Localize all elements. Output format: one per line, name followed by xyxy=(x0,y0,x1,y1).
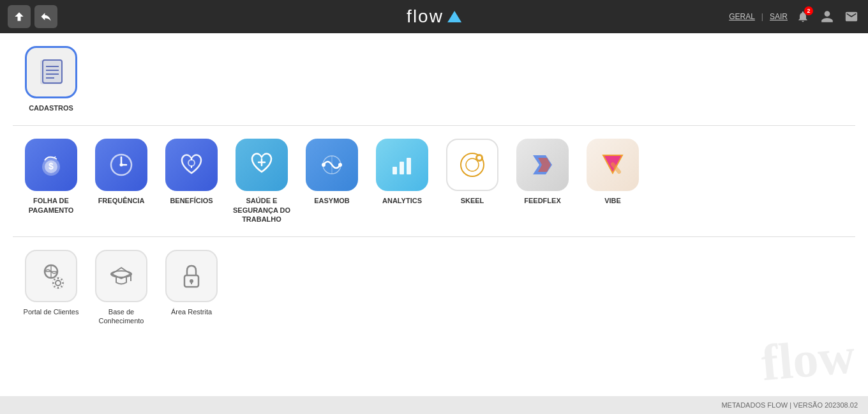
base-icon xyxy=(105,260,137,292)
folha-icon-box: $ xyxy=(25,139,77,191)
beneficios-icon-box xyxy=(165,139,218,191)
frequencia-label: FREQUÊNCIA xyxy=(98,196,145,205)
mail-button[interactable] xyxy=(842,8,860,26)
svg-point-21 xyxy=(338,163,342,167)
skeel-icon xyxy=(456,149,488,181)
folha-label: FOLHA DEPAGAMENTO xyxy=(29,196,74,215)
modules-section: $ FOLHA DEPAGAMENTO FREQUÊNCIA xyxy=(0,126,868,236)
svg-point-13 xyxy=(120,164,123,167)
svg-point-29 xyxy=(477,156,481,160)
geral-link[interactable]: GERAL xyxy=(729,12,755,21)
notification-button[interactable]: 2 xyxy=(794,8,812,26)
saude-label: SAÚDE ESEGURANÇA DOTRABALHO xyxy=(233,196,290,224)
main-content: CADASTROS $ FOLHA DEPAGAMENTO xyxy=(0,33,868,414)
notification-badge: 2 xyxy=(804,6,813,15)
skeel-label: SKEEL xyxy=(461,196,484,205)
exit-button[interactable] xyxy=(34,5,57,28)
module-restrita[interactable]: Área Restrita xyxy=(160,250,223,316)
saude-icon-box xyxy=(236,139,288,191)
footer-text: METADADOS FLOW | VERSÃO 202308.02 xyxy=(721,401,858,409)
restrita-icon xyxy=(176,260,207,292)
header-right: GERAL | SAIR 2 xyxy=(729,8,860,26)
module-folha[interactable]: $ FOLHA DEPAGAMENTO xyxy=(19,139,83,215)
frequencia-icon xyxy=(105,149,137,181)
analytics-icon xyxy=(386,149,418,181)
restrita-label: Área Restrita xyxy=(171,307,212,316)
user-profile-button[interactable] xyxy=(818,8,836,26)
upload-button[interactable] xyxy=(8,5,31,28)
restrita-icon-box xyxy=(165,250,218,302)
svg-rect-1 xyxy=(40,60,62,84)
cadastros-section: CADASTROS xyxy=(0,33,868,125)
easymob-icon xyxy=(316,149,348,181)
easymob-label: EASYMOB xyxy=(314,196,350,205)
skeel-icon-box xyxy=(446,139,498,191)
saude-icon xyxy=(246,149,278,181)
footer: METADADOS FLOW | VERSÃO 202308.02 xyxy=(0,396,868,414)
module-cadastros[interactable]: CADASTROS xyxy=(19,46,83,112)
base-icon-box xyxy=(95,250,147,302)
svg-marker-0 xyxy=(447,11,461,22)
cadastros-icon-box xyxy=(25,46,77,98)
frequencia-icon-box xyxy=(95,139,147,191)
feedflex-icon-box xyxy=(516,139,569,191)
svg-point-20 xyxy=(322,163,326,167)
module-feedflex[interactable]: FEEDFLEX xyxy=(511,139,574,205)
easymob-icon-box xyxy=(306,139,358,191)
app-logo: flow xyxy=(407,6,461,27)
svg-rect-23 xyxy=(393,167,397,174)
vibe-icon-box xyxy=(587,139,639,191)
portal-icon xyxy=(35,260,67,292)
feedflex-icon xyxy=(527,149,558,181)
analytics-label: ANALYTICS xyxy=(382,196,422,205)
sair-link[interactable]: SAIR xyxy=(770,12,788,21)
portal-label: Portal de Clientes xyxy=(24,307,79,316)
module-easymob[interactable]: EASYMOB xyxy=(300,139,364,205)
beneficios-icon xyxy=(176,149,207,181)
svg-rect-24 xyxy=(400,162,404,174)
nav-separator: | xyxy=(761,12,763,21)
cadastros-label: CADASTROS xyxy=(29,103,73,112)
svg-point-14 xyxy=(188,160,195,166)
beneficios-label: BENEFÍCIOS xyxy=(170,196,213,205)
logo-text: flow xyxy=(407,6,444,27)
vibe-icon xyxy=(597,149,629,181)
folha-icon: $ xyxy=(35,149,67,181)
module-frequencia[interactable]: FREQUÊNCIA xyxy=(89,139,153,205)
cadastros-icon xyxy=(35,56,67,88)
module-portal[interactable]: Portal de Clientes xyxy=(19,250,83,316)
feedflex-label: FEEDFLEX xyxy=(524,196,560,205)
module-base[interactable]: Base deConhecimento xyxy=(89,250,153,326)
base-label: Base deConhecimento xyxy=(99,307,144,326)
header-left xyxy=(8,5,57,28)
svg-text:$: $ xyxy=(49,161,54,171)
module-saude[interactable]: SAÚDE ESEGURANÇA DOTRABALHO xyxy=(230,139,294,224)
header: flow GERAL | SAIR 2 xyxy=(0,0,868,33)
portal-icon-box xyxy=(25,250,77,302)
svg-rect-25 xyxy=(407,158,411,174)
extras-section: Portal de Clientes Base deConhecimento xyxy=(0,237,868,339)
module-beneficios[interactable]: BENEFÍCIOS xyxy=(160,139,223,205)
vibe-label: VIBE xyxy=(604,196,621,205)
module-analytics[interactable]: ANALYTICS xyxy=(370,139,434,205)
logo-arrow-icon xyxy=(447,11,461,22)
module-skeel[interactable]: SKEEL xyxy=(440,139,504,205)
module-vibe[interactable]: VIBE xyxy=(581,139,645,205)
analytics-icon-box xyxy=(376,139,428,191)
